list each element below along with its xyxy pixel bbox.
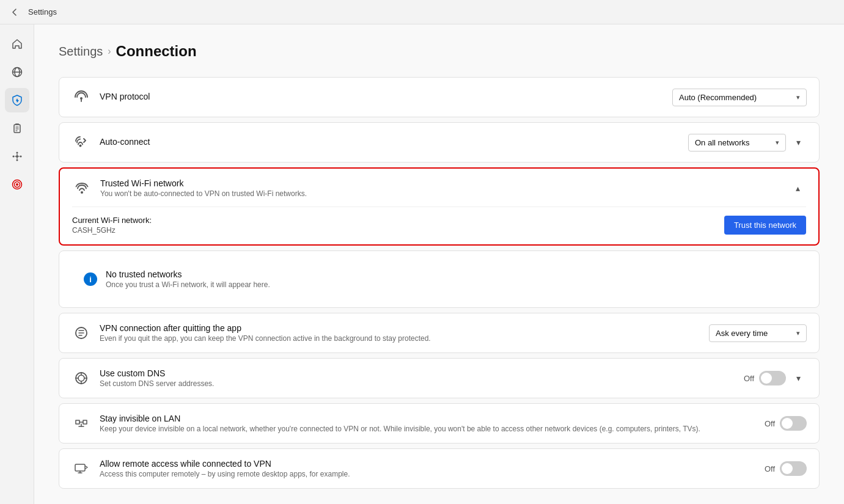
sidebar-item-globe[interactable] <box>5 60 29 84</box>
vpn-quit-subtitle: Even if you quit the app, you can keep t… <box>100 334 700 343</box>
svg-point-19 <box>79 145 82 147</box>
stay-invisible-toggle-knob <box>782 418 793 429</box>
vpn-protocol-dropdown-chevron: ▾ <box>796 93 800 101</box>
svg-point-23 <box>78 375 84 381</box>
app-body: Settings › Connection VPN protocol <box>0 24 844 504</box>
vpn-protocol-control: Auto (Recommended) ▾ <box>672 89 807 106</box>
remote-access-toggle-container: Off <box>765 461 807 476</box>
trusted-network-info: Current Wi-Fi network: CASH_5GHz <box>72 216 152 235</box>
no-trust-subtitle: Once you trust a Wi-Fi network, it will … <box>106 280 794 289</box>
info-icon: i <box>84 272 97 286</box>
no-trust-row: i No trusted networks Once you trust a W… <box>72 261 807 298</box>
trusted-wifi-text: Trusted Wi-Fi network You won't be auto-… <box>100 178 780 198</box>
stay-invisible-toggle-container: Off <box>765 416 807 431</box>
sidebar <box>0 24 34 504</box>
trusted-wifi-row: Trusted Wi-Fi network You won't be auto-… <box>72 178 806 198</box>
vpn-quit-dropdown-chevron: ▾ <box>796 329 800 337</box>
auto-connect-text: Auto-connect <box>100 137 680 148</box>
vpn-protocol-dropdown-value: Auto (Recommended) <box>679 93 757 102</box>
svg-point-10 <box>16 159 18 161</box>
stay-invisible-row: Stay invisible on LAN Keep your device i… <box>72 414 807 433</box>
vpn-quit-icon <box>72 323 91 343</box>
stay-invisible-toggle[interactable] <box>780 416 807 431</box>
trusted-wifi-card: Trusted Wi-Fi network You won't be auto-… <box>59 167 820 246</box>
remote-access-text: Allow remote access while connected to V… <box>100 459 756 478</box>
vpn-protocol-icon <box>72 87 91 107</box>
back-button[interactable] <box>7 5 22 20</box>
custom-dns-toggle-label: Off <box>744 374 754 383</box>
vpn-protocol-card: VPN protocol Auto (Recommended) ▾ <box>59 77 820 117</box>
vpn-protocol-row: VPN protocol Auto (Recommended) ▾ <box>72 87 807 107</box>
autoconnect-icon <box>72 133 91 152</box>
no-trust-title: No trusted networks <box>106 269 794 279</box>
vpn-quit-control: Ask every time ▾ <box>709 324 807 342</box>
auto-connect-title: Auto-connect <box>100 137 680 147</box>
auto-connect-card: Auto-connect On all networks ▾ ▾ <box>59 122 820 163</box>
vpn-quit-text: VPN connection after quitting the app Ev… <box>100 323 700 343</box>
custom-dns-toggle-knob <box>761 373 772 384</box>
stay-invisible-text: Stay invisible on LAN Keep your device i… <box>100 414 756 433</box>
breadcrumb-current: Connection <box>116 43 197 60</box>
remote-access-toggle-knob <box>782 463 793 474</box>
remote-access-toggle[interactable] <box>780 461 807 476</box>
custom-dns-card: Use custom DNS Set custom DNS server add… <box>59 358 820 398</box>
no-trusted-networks-card: i No trusted networks Once you trust a W… <box>59 250 820 308</box>
vpn-quit-card: VPN connection after quitting the app Ev… <box>59 313 820 353</box>
svg-rect-24 <box>75 464 85 471</box>
svg-point-8 <box>20 156 21 158</box>
custom-dns-text: Use custom DNS Set custom DNS server add… <box>100 368 735 388</box>
trusted-wifi-expanded: Current Wi-Fi network: CASH_5GHz Trust t… <box>72 206 806 235</box>
vpn-quit-dropdown[interactable]: Ask every time ▾ <box>709 324 807 342</box>
sidebar-item-shield[interactable] <box>5 88 29 112</box>
no-trust-text: No trusted networks Once you trust a Wi-… <box>106 269 794 289</box>
custom-dns-title: Use custom DNS <box>100 368 735 378</box>
vpn-quit-row: VPN connection after quitting the app Ev… <box>72 323 807 343</box>
stay-invisible-subtitle: Keep your device invisible on a local ne… <box>100 425 756 433</box>
auto-connect-dropdown[interactable]: On all networks ▾ <box>688 134 786 152</box>
sidebar-item-network[interactable] <box>5 144 29 169</box>
remote-access-row: Allow remote access while connected to V… <box>72 459 807 478</box>
custom-dns-subtitle: Set custom DNS server addresses. <box>100 379 735 388</box>
svg-point-9 <box>16 152 18 154</box>
trusted-wifi-collapse-btn[interactable]: ▴ <box>789 180 806 197</box>
stay-invisible-icon <box>72 414 91 433</box>
trusted-wifi-subtitle: You won't be auto-connected to VPN on tr… <box>100 189 780 198</box>
remote-access-subtitle: Access this computer remotely – by using… <box>100 470 756 478</box>
sidebar-item-clipboard[interactable] <box>5 116 29 141</box>
sidebar-item-home[interactable] <box>5 32 29 56</box>
custom-dns-expand-btn[interactable]: ▾ <box>790 370 807 387</box>
svg-point-17 <box>16 183 18 186</box>
custom-dns-toggle[interactable] <box>759 371 786 385</box>
remote-access-icon <box>72 459 91 478</box>
breadcrumb: Settings › Connection <box>59 43 820 60</box>
remote-access-card: Allow remote access while connected to V… <box>59 448 820 489</box>
remote-access-toggle-label: Off <box>765 464 775 473</box>
remote-access-control: Off <box>765 461 807 476</box>
vpn-quit-dropdown-value: Ask every time <box>716 329 768 338</box>
stay-invisible-card: Stay invisible on LAN Keep your device i… <box>59 403 820 444</box>
auto-connect-dropdown-chevron: ▾ <box>776 139 779 147</box>
vpn-protocol-dropdown[interactable]: Auto (Recommended) ▾ <box>672 89 807 106</box>
breadcrumb-settings: Settings <box>59 45 103 59</box>
auto-connect-expand-btn[interactable]: ▾ <box>790 134 807 151</box>
trust-network-button[interactable]: Trust this network <box>724 216 806 235</box>
vpn-protocol-text: VPN protocol <box>100 92 664 103</box>
custom-dns-control: Off ▾ <box>744 370 807 387</box>
svg-point-7 <box>12 156 14 158</box>
stay-invisible-toggle-label: Off <box>765 419 775 428</box>
content-area: Settings › Connection VPN protocol <box>34 24 844 504</box>
svg-point-6 <box>16 155 18 158</box>
vpn-quit-title: VPN connection after quitting the app <box>100 323 700 333</box>
remote-access-title: Allow remote access while connected to V… <box>100 459 756 469</box>
auto-connect-dropdown-value: On all networks <box>695 138 750 147</box>
auto-connect-row: Auto-connect On all networks ▾ ▾ <box>72 133 807 152</box>
trusted-wifi-icon <box>72 178 92 198</box>
trusted-current-name: CASH_5GHz <box>72 226 152 235</box>
sidebar-item-target[interactable] <box>5 172 29 197</box>
title-bar: Settings <box>0 0 844 24</box>
svg-point-20 <box>81 191 83 194</box>
stay-invisible-control: Off <box>765 416 807 431</box>
trusted-wifi-title: Trusted Wi-Fi network <box>100 178 780 188</box>
trusted-wifi-control: ▴ <box>789 180 806 197</box>
vpn-protocol-title: VPN protocol <box>100 92 664 101</box>
